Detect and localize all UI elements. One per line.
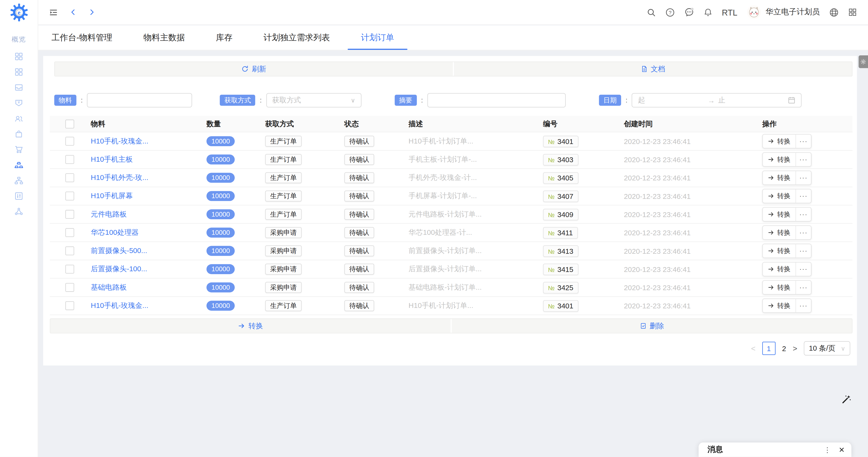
document-button[interactable]: 文档: [453, 62, 852, 76]
actions-cell: 转换 ···: [752, 297, 852, 315]
filter-summary: 摘要 :: [395, 93, 565, 107]
sidebar-item-molecule[interactable]: [14, 204, 23, 219]
row-transfer-button[interactable]: 转换: [763, 299, 796, 312]
row-transfer-button[interactable]: 转换: [763, 153, 796, 166]
row-more-button[interactable]: ···: [796, 226, 811, 239]
row-checkbox[interactable]: [65, 301, 74, 310]
sidebar-item-bag[interactable]: [14, 126, 23, 142]
bulk-transfer-button[interactable]: 转换: [51, 319, 451, 333]
select-all-checkbox[interactable]: [65, 119, 74, 128]
row-transfer-button[interactable]: 转换: [763, 171, 796, 185]
material-link[interactable]: H10手机-玫瑰金...: [91, 137, 148, 145]
row-checkbox[interactable]: [65, 265, 74, 274]
row-checkbox[interactable]: [65, 192, 74, 201]
method-filter-select[interactable]: 获取方式 ∨: [266, 93, 361, 107]
row-transfer-button[interactable]: 转换: [763, 134, 796, 148]
forward-button[interactable]: [88, 8, 96, 16]
sidebar-item-cluster[interactable]: [14, 173, 23, 188]
row-transfer-button[interactable]: 转换: [763, 226, 796, 239]
sidebar-item-inbox[interactable]: [14, 80, 23, 95]
back-button[interactable]: [69, 8, 77, 16]
sidebar-item-cart[interactable]: [14, 142, 23, 157]
row-checkbox[interactable]: [65, 155, 74, 164]
messages-icon[interactable]: [684, 7, 694, 17]
rtl-toggle[interactable]: RTL: [722, 7, 737, 17]
globe-icon[interactable]: [829, 7, 839, 17]
created-time: 2020-12-23 23:46:41: [624, 210, 690, 218]
next-page-button[interactable]: >: [793, 344, 797, 353]
close-icon[interactable]: ✕: [839, 446, 845, 454]
sidebar-item-dashboard[interactable]: [14, 49, 23, 64]
page-2-button[interactable]: 2: [782, 344, 786, 352]
material-link[interactable]: H10手机外壳-玫...: [91, 173, 148, 182]
row-more-button[interactable]: ···: [796, 189, 811, 203]
row-more-button[interactable]: ···: [796, 208, 811, 221]
tab-workbench[interactable]: 工作台-物料管理: [52, 26, 113, 50]
app-logo: e: [0, 0, 38, 25]
row-more-button[interactable]: ···: [796, 299, 811, 312]
theme-settings-handle[interactable]: [859, 55, 868, 68]
bulk-delete-button[interactable]: 删除: [451, 319, 852, 333]
row-checkbox[interactable]: [65, 228, 74, 237]
method-tag: 生产订单: [265, 154, 302, 165]
row-more-button[interactable]: ···: [796, 171, 811, 185]
summary-filter-input[interactable]: [428, 93, 566, 107]
row-transfer-button[interactable]: 转换: [763, 189, 796, 203]
material-link[interactable]: 后置摄像头-100...: [91, 265, 147, 273]
row-transfer-label: 转换: [777, 301, 790, 311]
sidebar-item-voucher[interactable]: ¥: [14, 95, 23, 111]
material-link[interactable]: 华芯100处理器: [91, 228, 139, 237]
row-more-button[interactable]: ···: [796, 244, 811, 257]
created-cell: 2020-12-23 23:46:41: [614, 205, 752, 223]
search-icon[interactable]: [647, 7, 656, 17]
row-checkbox[interactable]: [65, 283, 74, 292]
prev-page-button[interactable]: <: [751, 344, 755, 353]
row-more-button[interactable]: ···: [796, 134, 811, 148]
refresh-button[interactable]: 刷新: [55, 62, 453, 76]
material-link[interactable]: 前置摄像头-500...: [91, 246, 147, 255]
date-range-input[interactable]: 起 → 止: [632, 93, 802, 107]
row-checkbox[interactable]: [65, 173, 74, 182]
sidebar-overview-label: 概览: [0, 35, 38, 44]
row-checkbox[interactable]: [65, 247, 74, 255]
tab-independent-demand[interactable]: 计划独立需求列表: [264, 26, 330, 50]
notification-bell-icon[interactable]: [704, 7, 712, 17]
row-actions: 转换 ···: [762, 189, 811, 203]
table-row: 后置摄像头-100... 10000 采购申请 待确认 后置摄像头-计划订单..…: [50, 260, 852, 278]
sidebar-item-sitemap[interactable]: [14, 157, 23, 173]
material-filter-input[interactable]: [87, 93, 192, 107]
material-link[interactable]: 元件电路板: [91, 210, 127, 218]
help-icon[interactable]: ?: [665, 7, 675, 17]
tab-inventory[interactable]: 库存: [216, 26, 232, 50]
tab-material-master[interactable]: 物料主数据: [144, 26, 185, 50]
material-link[interactable]: H10手机屏幕: [91, 191, 133, 200]
row-transfer-button[interactable]: 转换: [763, 263, 796, 276]
page-size-select[interactable]: 10 条/页 ∨: [804, 341, 850, 356]
gear-icon: [860, 59, 866, 65]
collapse-menu-button[interactable]: [49, 7, 58, 17]
numero-sign: №: [548, 267, 555, 273]
material-link[interactable]: H10手机主板: [91, 155, 133, 163]
row-actions: 转换 ···: [762, 299, 811, 313]
layout-grid-icon[interactable]: [848, 8, 857, 17]
row-more-button[interactable]: ···: [796, 281, 811, 294]
row-transfer-button[interactable]: 转换: [763, 281, 796, 294]
material-link[interactable]: 基础电路板: [91, 283, 127, 291]
row-transfer-button[interactable]: 转换: [763, 208, 796, 221]
row-checkbox-cell: [50, 187, 81, 205]
row-more-button[interactable]: ···: [796, 153, 811, 166]
numero-sign: №: [548, 248, 555, 254]
tab-planned-orders[interactable]: 计划订单: [361, 26, 394, 50]
row-checkbox[interactable]: [65, 210, 74, 219]
row-transfer-button[interactable]: 转换: [763, 244, 796, 257]
kebab-menu-icon[interactable]: ⋮: [824, 446, 831, 454]
sidebar-item-team[interactable]: [14, 111, 23, 126]
sidebar-item-controls[interactable]: [14, 188, 23, 204]
row-checkbox[interactable]: [65, 137, 74, 146]
sidebar-item-apps[interactable]: [14, 64, 23, 80]
row-more-button[interactable]: ···: [796, 263, 811, 276]
user-menu[interactable]: 华立电子计划员: [747, 5, 820, 20]
magic-wand-button[interactable]: [841, 394, 851, 404]
material-link[interactable]: H10手机-玫瑰金...: [91, 301, 148, 310]
page-1-button[interactable]: 1: [762, 342, 776, 355]
